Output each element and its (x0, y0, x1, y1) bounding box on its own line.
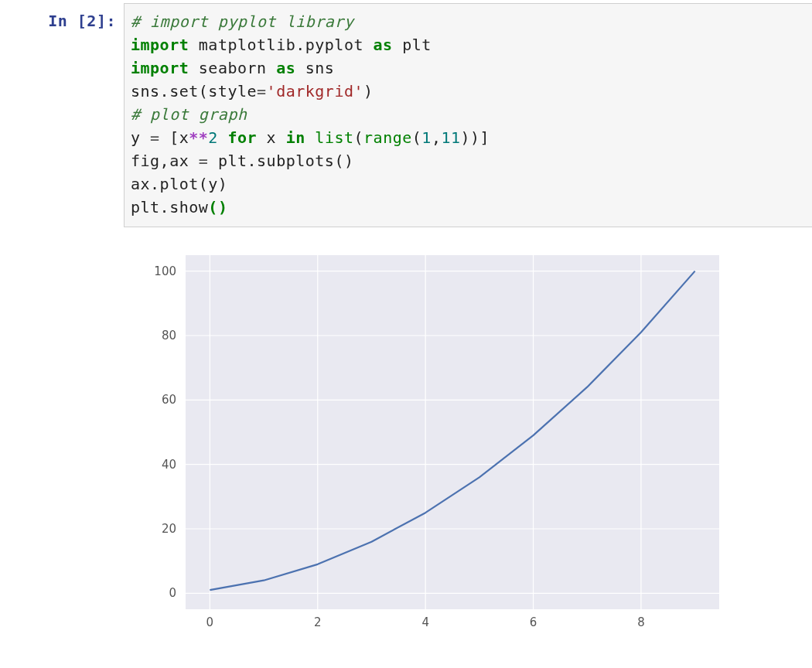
x-tick-label: 8 (637, 615, 645, 629)
output-prompt-spacer (0, 233, 116, 642)
x-tick-label: 6 (530, 615, 537, 629)
y-tick-label: 100 (154, 264, 176, 278)
y-tick-label: 40 (162, 458, 176, 472)
x-tick-label: 4 (421, 615, 429, 629)
plot-background (186, 255, 719, 609)
x-axis-ticks: 02468 (206, 615, 645, 629)
notebook-input-cell: In [2]: # import pyplot library import m… (0, 0, 812, 227)
x-tick-label: 2 (314, 615, 322, 629)
prompt-exec-count: 2 (87, 12, 97, 30)
y-tick-label: 60 (162, 393, 176, 407)
notebook-output-cell: 02468020406080100 (0, 227, 812, 642)
code-block[interactable]: # import pyplot library import matplotli… (131, 10, 806, 219)
plot-output: 02468020406080100 (116, 233, 735, 642)
prompt-close-bracket: ]: (97, 12, 116, 30)
prompt-open-bracket: [ (67, 12, 87, 30)
line-chart: 02468020406080100 (131, 247, 735, 642)
y-tick-label: 0 (169, 586, 176, 600)
y-tick-label: 80 (162, 329, 176, 343)
code-editor[interactable]: # import pyplot library import matplotli… (124, 3, 812, 227)
y-tick-label: 20 (162, 522, 176, 536)
y-axis-ticks: 020406080100 (154, 264, 176, 601)
input-prompt: In [2]: (0, 3, 124, 32)
prompt-in-label: In (48, 12, 67, 30)
x-tick-label: 0 (206, 615, 214, 629)
